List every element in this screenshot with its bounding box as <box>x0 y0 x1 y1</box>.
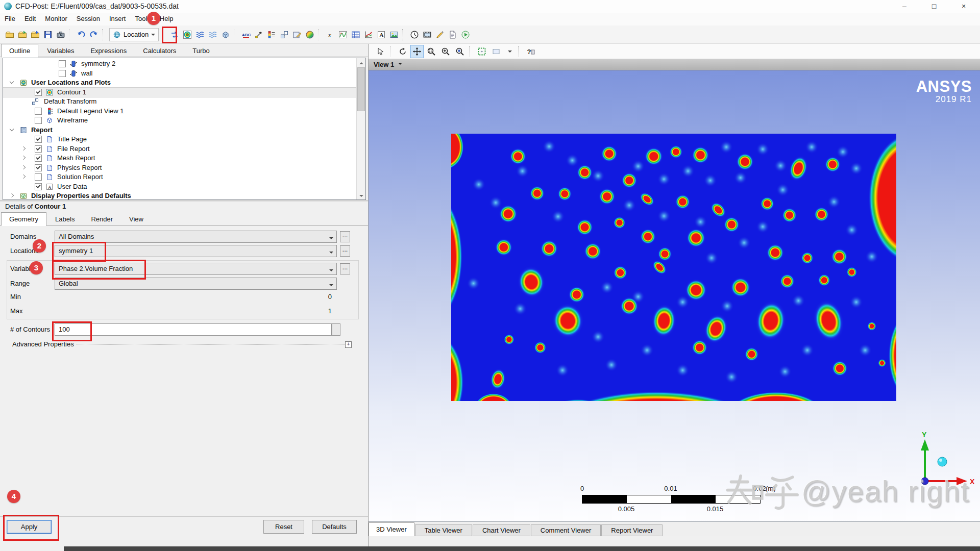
insert-streamline-button[interactable] <box>193 28 206 41</box>
details-tab-geometry[interactable]: Geometry <box>1 212 46 226</box>
insert-instance-transform-button[interactable] <box>278 28 290 41</box>
tree-item-contour-1[interactable]: Contour 1 <box>3 88 365 97</box>
timestep-selector-button[interactable] <box>408 28 421 41</box>
insert-figure-button[interactable] <box>387 28 400 41</box>
menu-file[interactable]: File <box>0 13 20 24</box>
panel-splitter[interactable] <box>0 200 368 202</box>
details-tab-labels[interactable]: Labels <box>47 213 82 226</box>
apply-button[interactable]: Apply <box>7 520 52 534</box>
quick-editor-button[interactable] <box>433 28 446 41</box>
viewer-tab-report-viewer[interactable]: Report Viewer <box>601 524 663 536</box>
expand-icon[interactable] <box>21 174 26 179</box>
fit-view-tool-button[interactable] <box>453 45 467 58</box>
insert-variable-button[interactable] <box>336 28 349 41</box>
outline-tree[interactable]: symmetry 2wallUser Locations and PlotsCo… <box>3 58 366 200</box>
tab-expressions[interactable]: Expressions <box>83 44 134 57</box>
tree-item-solution-report[interactable]: Solution Report <box>3 172 365 182</box>
details-tab-render[interactable]: Render <box>83 213 120 226</box>
rotate-tool-button[interactable] <box>396 45 409 58</box>
expand-icon[interactable] <box>21 146 26 151</box>
maximize-button[interactable]: □ <box>923 0 945 13</box>
insert-table-button[interactable] <box>349 28 362 41</box>
viewer-tab-table-viewer[interactable]: Table Viewer <box>415 524 472 536</box>
tab-calculators[interactable]: Calculators <box>135 44 184 57</box>
tree-item-symmetry-2[interactable]: symmetry 2 <box>3 59 365 69</box>
viewer-help-button[interactable]: ? <box>524 45 537 58</box>
tree-scrollbar[interactable] <box>356 58 365 199</box>
insert-text-button[interactable]: ABC <box>239 28 252 41</box>
visibility-checkbox[interactable] <box>59 70 66 77</box>
visibility-checkbox[interactable] <box>35 117 42 124</box>
tab-turbo[interactable]: Turbo <box>185 44 217 57</box>
tree-item-user-locations-and-plots[interactable]: User Locations and Plots <box>3 78 365 88</box>
save-state-button[interactable] <box>41 28 54 41</box>
pan-tool-button[interactable] <box>410 45 424 58</box>
view-header[interactable]: View 1 <box>369 59 980 70</box>
viewer-tab-comment-viewer[interactable]: Comment Viewer <box>531 524 601 536</box>
zoom-box-tool-button[interactable] <box>425 45 438 58</box>
insert-clip-plane-button[interactable] <box>290 28 303 41</box>
tab-variables[interactable]: Variables <box>39 44 82 57</box>
open-state-button[interactable] <box>29 28 41 41</box>
collapse-icon[interactable] <box>10 80 14 85</box>
close-button[interactable]: × <box>952 0 975 13</box>
tree-item-report[interactable]: Report <box>3 126 365 135</box>
visibility-checkbox[interactable] <box>35 155 42 162</box>
step-down-icon[interactable] <box>334 330 338 334</box>
tree-item-mesh-report[interactable]: Mesh Report <box>3 154 365 163</box>
sync-views-button[interactable] <box>168 28 181 41</box>
locations-select[interactable]: symmetry 1 <box>55 245 337 257</box>
defaults-button[interactable]: Defaults <box>312 520 357 534</box>
visibility-checkbox[interactable] <box>35 108 42 115</box>
menu-monitor[interactable]: Monitor <box>40 13 71 24</box>
variable-select[interactable]: Phase 2.Volume Fraction <box>55 263 337 275</box>
insert-contour-button[interactable] <box>181 28 193 41</box>
visibility-checkbox[interactable] <box>35 89 42 96</box>
zoom-in-tool-button[interactable] <box>439 45 452 58</box>
tree-item-default-legend-view-1[interactable]: Default Legend View 1 <box>3 107 365 116</box>
step-up-icon[interactable] <box>334 325 338 329</box>
collapse-icon[interactable] <box>10 128 14 132</box>
select-tool-button[interactable] <box>374 45 387 58</box>
redo-button[interactable] <box>87 28 100 41</box>
render-face-caret[interactable] <box>503 45 516 58</box>
range-select[interactable]: Global <box>55 278 337 290</box>
scrollbar-thumb[interactable] <box>357 67 365 111</box>
tree-item-user-data[interactable]: AUser Data <box>3 182 365 192</box>
visibility-checkbox[interactable] <box>35 164 42 171</box>
visibility-checkbox[interactable] <box>35 145 42 153</box>
tree-item-wireframe[interactable]: Wireframe <box>3 116 365 126</box>
expand-icon[interactable] <box>10 193 14 198</box>
tree-item-default-transform[interactable]: Default Transform <box>3 97 365 107</box>
num-contours-input[interactable]: 100 <box>55 323 332 336</box>
3d-viewport[interactable]: ANSYS 2019 R1 00.010.02(m)0.0050.015 Y X <box>369 70 980 521</box>
tree-item-title-page[interactable]: Title Page <box>3 135 365 144</box>
expand-icon[interactable] <box>21 165 26 170</box>
scroll-up-icon[interactable] <box>357 58 365 66</box>
minimize-button[interactable]: – <box>893 0 916 13</box>
visibility-checkbox[interactable] <box>35 173 42 181</box>
render-face-options-button[interactable] <box>489 45 503 58</box>
reset-button[interactable]: Reset <box>263 520 304 534</box>
viewer-tab-chart-viewer[interactable]: Chart Viewer <box>473 524 530 536</box>
num-contours-stepper[interactable] <box>332 323 340 336</box>
animation-button[interactable] <box>421 28 433 41</box>
insert-particle-track-button[interactable] <box>206 28 219 41</box>
viewer-tab-3d-viewer[interactable]: 3D Viewer <box>369 522 414 536</box>
load-case-button[interactable] <box>3 28 16 41</box>
locations-ellipsis-button[interactable]: ... <box>340 245 350 257</box>
expand-icon[interactable] <box>21 156 26 160</box>
load-results-button[interactable] <box>16 28 29 41</box>
insert-expression-button[interactable]: x <box>324 28 336 41</box>
visibility-checkbox[interactable] <box>59 60 66 67</box>
insert-volume-rendering-button[interactable] <box>219 28 232 41</box>
report-template-button[interactable] <box>446 28 459 41</box>
details-tab-view[interactable]: View <box>121 213 151 226</box>
play-animation-button[interactable] <box>459 28 472 41</box>
visibility-checkbox[interactable] <box>35 136 42 143</box>
menu-session[interactable]: Session <box>72 13 105 24</box>
advanced-properties-expander[interactable]: + <box>345 341 352 348</box>
tree-item-display-properties-and-defaults[interactable]: Display Properties and Defaults <box>3 191 365 200</box>
insert-point-button[interactable] <box>252 28 265 41</box>
variable-ellipsis-button[interactable]: ... <box>340 263 350 274</box>
